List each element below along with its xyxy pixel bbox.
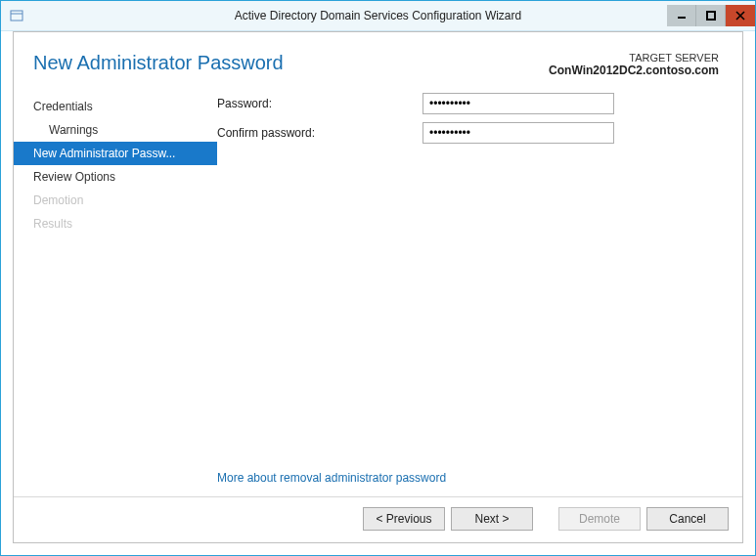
target-server-block: TARGET SERVER ConWin2012DC2.contoso.com [549, 52, 719, 77]
button-gap [539, 507, 553, 531]
step-review-options[interactable]: Review Options [14, 165, 217, 189]
titlebar: Active Directory Domain Services Configu… [1, 1, 755, 31]
target-server-label: TARGET SERVER [549, 52, 719, 64]
step-credentials[interactable]: Credentials [14, 95, 217, 118]
demote-button: Demote [558, 507, 641, 531]
app-icon [9, 8, 24, 23]
main-panel: Password: Confirm password: More about r… [217, 85, 742, 496]
minimize-button[interactable] [667, 5, 696, 26]
step-demotion: Demotion [14, 189, 217, 212]
password-label: Password: [217, 97, 422, 110]
maximize-button[interactable] [696, 5, 726, 26]
footer: < Previous Next > Demote Cancel [14, 496, 742, 542]
wizard-steps-sidebar: Credentials Warnings New Administrator P… [14, 85, 217, 496]
page-title: New Administrator Password [33, 52, 549, 74]
previous-button[interactable]: < Previous [363, 507, 445, 531]
step-new-admin-password[interactable]: New Administrator Passw... [14, 142, 217, 165]
wizard-window: Active Directory Domain Services Configu… [0, 0, 756, 556]
cancel-button[interactable]: Cancel [646, 507, 729, 531]
help-link[interactable]: More about removal administrator passwor… [217, 471, 446, 485]
confirm-password-row: Confirm password: [217, 120, 742, 146]
body: Credentials Warnings New Administrator P… [14, 85, 742, 496]
svg-rect-3 [707, 12, 715, 20]
password-input[interactable] [422, 93, 614, 114]
confirm-password-input[interactable] [422, 122, 614, 144]
content-area: New Administrator Password TARGET SERVER… [1, 31, 755, 555]
header: New Administrator Password TARGET SERVER… [14, 32, 742, 85]
inner-panel: New Administrator Password TARGET SERVER… [13, 31, 743, 543]
step-results: Results [14, 212, 217, 235]
password-row: Password: [217, 91, 742, 116]
svg-rect-0 [11, 11, 22, 21]
window-title: Active Directory Domain Services Configu… [1, 9, 755, 22]
next-button[interactable]: Next > [451, 507, 533, 531]
step-warnings[interactable]: Warnings [14, 118, 217, 142]
target-server-name: ConWin2012DC2.contoso.com [549, 64, 719, 77]
confirm-password-label: Confirm password: [217, 126, 422, 140]
close-button[interactable] [726, 5, 755, 26]
window-controls [667, 5, 755, 26]
